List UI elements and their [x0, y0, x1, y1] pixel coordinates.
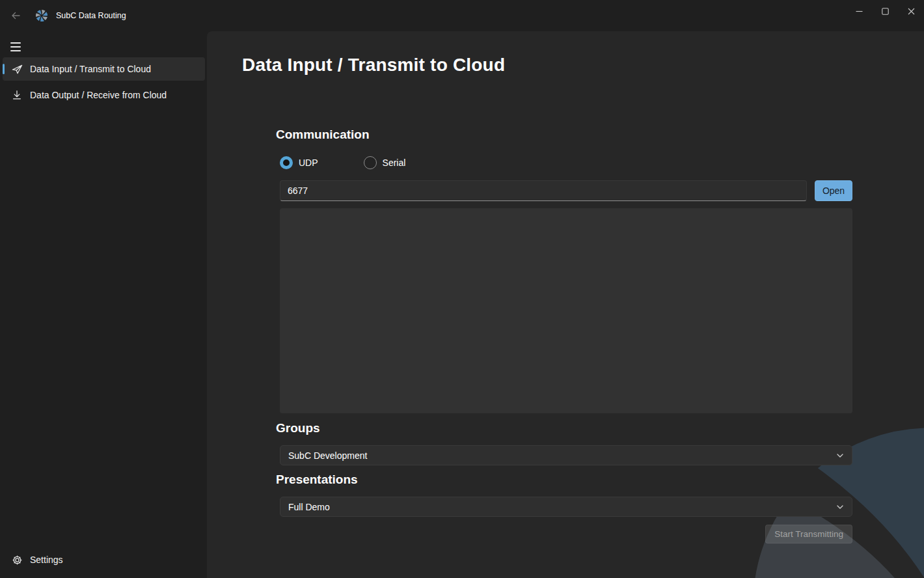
maximize-button[interactable]	[872, 0, 898, 22]
presentations-dropdown-value: Full Demo	[288, 502, 330, 512]
groups-dropdown-value: SubC Development	[288, 450, 367, 461]
page-title: Data Input / Transmit to Cloud	[242, 55, 505, 76]
groups-header: Groups	[276, 421, 320, 435]
selected-indicator	[3, 64, 5, 74]
serial-radio-option[interactable]: Serial	[364, 156, 406, 169]
close-button[interactable]	[898, 0, 924, 22]
minimize-button[interactable]	[846, 0, 872, 22]
data-log[interactable]	[280, 208, 852, 413]
communication-radio-group: UDP Serial	[280, 156, 405, 169]
udp-radio-button[interactable]	[280, 156, 293, 169]
window-controls	[846, 0, 924, 22]
send-icon	[10, 62, 23, 76]
sidebar-footer: Settings	[3, 548, 205, 574]
chevron-down-icon	[836, 503, 844, 511]
presentations-header: Presentations	[276, 473, 358, 487]
sidebar-item-settings[interactable]: Settings	[3, 548, 205, 571]
serial-radio-label: Serial	[383, 158, 406, 168]
titlebar: SubC Data Routing	[0, 0, 924, 31]
serial-radio-button[interactable]	[364, 156, 377, 169]
sidebar-item-label: Data Output / Receive from Cloud	[30, 90, 167, 100]
open-button[interactable]: Open	[815, 180, 852, 201]
hamburger-menu-button[interactable]	[7, 35, 33, 59]
app-window: SubC Data Routing	[0, 0, 924, 578]
groups-dropdown[interactable]: SubC Development	[280, 445, 852, 465]
watermark-logo	[735, 410, 924, 578]
sidebar: Data Input / Transmit to Cloud Data Outp…	[0, 31, 207, 578]
maximize-icon	[882, 8, 889, 15]
sidebar-item-data-output[interactable]: Data Output / Receive from Cloud	[3, 83, 205, 107]
close-icon	[908, 8, 915, 15]
chevron-down-icon	[836, 452, 844, 460]
download-icon	[10, 89, 23, 102]
sidebar-item-label: Settings	[30, 555, 63, 565]
communication-header: Communication	[276, 128, 370, 142]
back-arrow-icon	[10, 10, 21, 21]
minimize-icon	[856, 8, 863, 15]
sidebar-item-data-input[interactable]: Data Input / Transmit to Cloud	[3, 57, 205, 81]
udp-radio-option[interactable]: UDP	[280, 156, 318, 169]
main-content: Data Input / Transmit to Cloud Communica…	[207, 31, 924, 578]
sidebar-item-label: Data Input / Transmit to Cloud	[30, 64, 151, 74]
presentations-dropdown[interactable]: Full Demo	[280, 497, 852, 517]
nav-list: Data Input / Transmit to Cloud Data Outp…	[3, 57, 205, 109]
port-input[interactable]	[280, 180, 807, 201]
app-logo-icon	[35, 9, 48, 22]
gear-icon	[10, 553, 23, 566]
back-button[interactable]	[5, 5, 26, 26]
start-transmitting-button[interactable]: Start Transmitting	[765, 525, 852, 544]
hamburger-icon	[10, 42, 21, 44]
udp-radio-label: UDP	[299, 158, 318, 168]
app-title: SubC Data Routing	[56, 11, 126, 20]
